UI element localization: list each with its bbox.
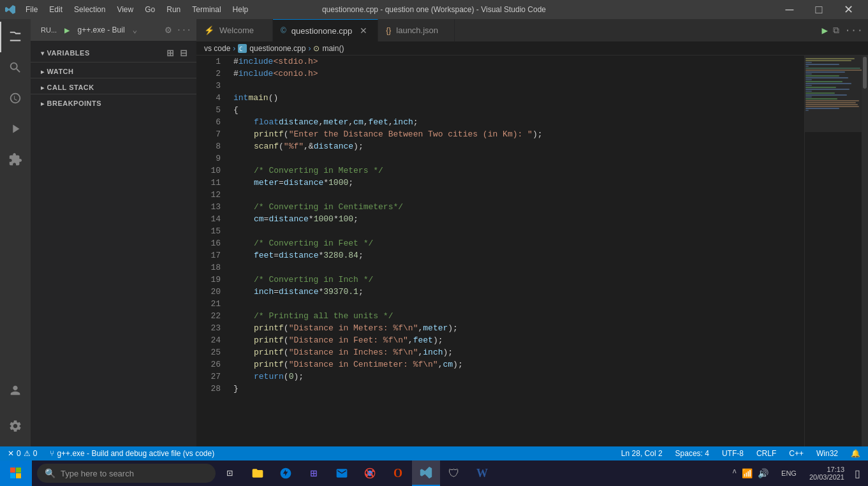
breakpoints-section: ▸ BREAKPOINTS bbox=[31, 94, 196, 110]
taskbar-word[interactable]: W bbox=[468, 460, 496, 486]
status-encoding[interactable]: UTF-8 bbox=[719, 446, 746, 460]
minimap bbox=[804, 55, 868, 446]
more-icon[interactable]: ··· bbox=[177, 26, 191, 35]
tray-network-icon[interactable]: 📶 bbox=[742, 468, 753, 479]
run-in-editor-icon[interactable]: ▶ bbox=[822, 24, 828, 37]
status-spaces[interactable]: Spaces: 4 bbox=[673, 446, 712, 460]
code-container: 1 2 3 4 5 6 7 8 9 10 11 12 13 14 bbox=[196, 55, 804, 395]
activity-git[interactable] bbox=[0, 83, 31, 114]
taskbar-chrome[interactable] bbox=[356, 460, 384, 486]
menu-run[interactable]: Run bbox=[161, 4, 186, 15]
menu-file[interactable]: File bbox=[20, 4, 43, 15]
activity-accounts[interactable] bbox=[0, 375, 31, 406]
menu-terminal[interactable]: Terminal bbox=[187, 4, 226, 15]
code-line-10: /* Converting in Meters */ bbox=[233, 165, 804, 177]
taskbar-mail[interactable] bbox=[328, 460, 356, 486]
close-button[interactable]: ✕ bbox=[834, 0, 863, 19]
line-num-16: 16 bbox=[196, 237, 221, 249]
status-language[interactable]: C++ bbox=[786, 446, 806, 460]
svg-rect-5 bbox=[16, 473, 21, 478]
show-desktop-button[interactable]: ▯ bbox=[852, 460, 863, 486]
tab-cpp[interactable]: © questionone.cpp ✕ bbox=[273, 19, 378, 41]
window-controls: ─ □ ✕ bbox=[775, 0, 863, 19]
code-line-13: /* Converting in Centimeters*/ bbox=[233, 201, 804, 213]
chevron-icon[interactable]: ⌄ bbox=[133, 25, 138, 35]
maximize-button[interactable]: □ bbox=[804, 0, 834, 19]
taskbar-clock[interactable]: 17:13 20/03/2021 bbox=[804, 460, 850, 486]
run-toolbar: RU... ▶ g++.exe - Buil ⌄ ⚙ ··· bbox=[31, 19, 196, 41]
more-actions-icon[interactable]: ··· bbox=[844, 25, 863, 36]
status-errors[interactable]: ✕ 0 ⚠ 0 bbox=[5, 446, 40, 460]
tray-expand-icon[interactable]: ^ bbox=[732, 469, 737, 478]
svg-rect-2 bbox=[10, 468, 15, 473]
watch-header[interactable]: ▸ WATCH bbox=[31, 63, 196, 78]
activity-run-debug[interactable] bbox=[0, 114, 31, 144]
minimap-content bbox=[804, 55, 868, 446]
windows-icon bbox=[10, 468, 22, 479]
line-num-14: 14 bbox=[196, 213, 221, 225]
clock-date: 20/03/2021 bbox=[809, 473, 844, 481]
taskbar-store[interactable]: ⊞ bbox=[300, 460, 328, 486]
code-scroll-area[interactable]: 1 2 3 4 5 6 7 8 9 10 11 12 13 14 bbox=[196, 55, 804, 446]
tab-cpp-close[interactable]: ✕ bbox=[357, 24, 370, 37]
taskbar-system-tray: ^ 📶 🔊 bbox=[727, 468, 774, 479]
status-line-ending[interactable]: CRLF bbox=[754, 446, 779, 460]
activity-extensions[interactable] bbox=[0, 144, 31, 175]
code-lines[interactable]: #include<stdio.h> #include<conio.h> int … bbox=[228, 55, 804, 395]
status-bar: ✕ 0 ⚠ 0 ⑂ g++.exe - Build and debug acti… bbox=[0, 446, 868, 460]
line-num-19: 19 bbox=[196, 274, 221, 286]
variables-actions: ⊞ ⊟ bbox=[165, 47, 189, 59]
split-editor-icon[interactable]: ⧉ bbox=[833, 26, 839, 36]
gear-icon[interactable]: ⚙ bbox=[165, 24, 172, 36]
variables-header[interactable]: ▾ VARIABLES ⊞ ⊟ bbox=[31, 41, 196, 62]
taskbar-edge[interactable] bbox=[272, 460, 300, 486]
variables-collapse-icon[interactable]: ⊟ bbox=[179, 47, 189, 59]
status-notifications[interactable]: 🔔 bbox=[848, 446, 863, 460]
taskbar-language[interactable]: ENG bbox=[776, 460, 802, 486]
taskbar-vscode[interactable] bbox=[412, 460, 440, 486]
activity-explorer[interactable] bbox=[0, 22, 31, 52]
line-num-28: 28 bbox=[196, 383, 221, 395]
line-num-21: 21 bbox=[196, 298, 221, 310]
taskbar: 🔍 Type here to search ⊡ ⊞ bbox=[0, 460, 868, 486]
start-button[interactable] bbox=[0, 460, 32, 486]
window-title: questionone.cpp - question one (Workspac… bbox=[322, 5, 546, 14]
tray-volume-icon[interactable]: 🔊 bbox=[758, 468, 769, 479]
taskbar-search-box[interactable]: 🔍 Type here to search bbox=[37, 464, 216, 483]
tab-json[interactable]: {} launch.json bbox=[378, 19, 455, 41]
line-num-6: 6 bbox=[196, 116, 221, 128]
breadcrumb-workspace[interactable]: vs code bbox=[204, 44, 230, 53]
vscode-icon bbox=[5, 4, 15, 15]
menu-selection[interactable]: Selection bbox=[69, 4, 110, 15]
taskbar-security[interactable]: 🛡 bbox=[440, 460, 468, 486]
status-platform[interactable]: Win32 bbox=[814, 446, 841, 460]
breakpoints-header[interactable]: ▸ BREAKPOINTS bbox=[31, 94, 196, 110]
status-git[interactable]: ⑂ g++.exe - Build and debug active file … bbox=[47, 446, 217, 460]
code-line-14: cm = distance * 1000 * 100; bbox=[233, 213, 804, 225]
taskbar-task-view[interactable]: ⊡ bbox=[216, 460, 244, 486]
menu-edit[interactable]: Edit bbox=[44, 4, 68, 15]
language-text: C++ bbox=[789, 449, 804, 458]
menu-help[interactable]: Help bbox=[228, 4, 254, 15]
taskbar-office[interactable]: O bbox=[384, 460, 412, 486]
error-icon: ✕ bbox=[8, 449, 14, 458]
play-icon[interactable]: ▶ bbox=[64, 25, 70, 36]
variables-expand-icon[interactable]: ⊞ bbox=[165, 47, 176, 59]
build-config-label[interactable]: g++.exe - Buil bbox=[73, 23, 130, 37]
code-line-21 bbox=[233, 298, 804, 310]
menu-go[interactable]: Go bbox=[140, 4, 160, 15]
minimize-button[interactable]: ─ bbox=[775, 0, 804, 19]
breadcrumb-symbol[interactable]: main() bbox=[322, 44, 344, 53]
breadcrumb-file[interactable]: questionone.cpp bbox=[249, 44, 305, 53]
menu-view[interactable]: View bbox=[112, 4, 138, 15]
run-label: RU... bbox=[36, 24, 62, 36]
status-position[interactable]: Ln 28, Col 2 bbox=[619, 446, 665, 460]
activity-settings[interactable] bbox=[0, 411, 31, 441]
activity-search[interactable] bbox=[0, 52, 31, 83]
taskbar-file-manager[interactable] bbox=[244, 460, 272, 486]
tab-welcome[interactable]: ⚡ Welcome bbox=[196, 19, 273, 41]
code-line-16: /* Converting in Feet */ bbox=[233, 237, 804, 249]
git-branch-icon: ⑂ bbox=[50, 449, 54, 458]
chevron-right-icon2: ▸ bbox=[41, 84, 45, 91]
callstack-header[interactable]: ▸ CALL STACK bbox=[31, 78, 196, 94]
